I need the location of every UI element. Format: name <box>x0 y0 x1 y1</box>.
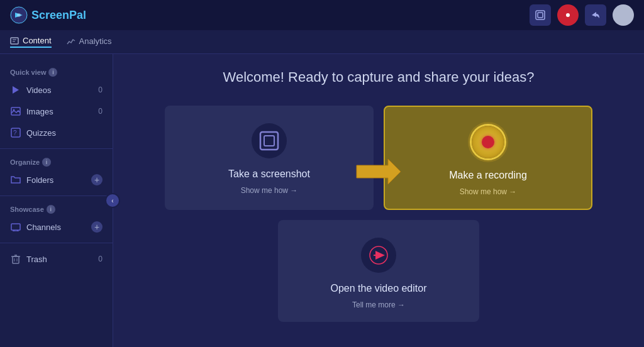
showcase-label: Showcase i <box>0 201 113 216</box>
sidebar-item-trash[interactable]: Trash 0 <box>0 248 113 270</box>
editor-card-subtitle[interactable]: Tell me more → <box>352 300 405 309</box>
content-icon <box>10 36 19 45</box>
add-channel-button[interactable]: + <box>91 221 103 233</box>
sub-nav: Content Analytics <box>0 30 644 54</box>
share-button[interactable] <box>585 4 606 26</box>
logo-text: ScreenPal <box>31 9 86 22</box>
recording-card[interactable]: Make a recording Show me how → <box>384 106 592 210</box>
content-area: Welcome! Ready to capture and share your… <box>113 54 644 347</box>
recording-card-title: Make a recording <box>449 170 527 181</box>
sidebar-item-videos[interactable]: Videos 0 <box>0 79 113 101</box>
sidebar-item-channels[interactable]: Channels + <box>0 216 113 238</box>
channels-icon <box>10 221 21 233</box>
analytics-icon <box>67 37 75 46</box>
editor-card-icon <box>361 238 396 273</box>
svg-rect-2 <box>536 11 545 19</box>
quick-view-label: Quick view i <box>0 64 113 79</box>
tab-analytics[interactable]: Analytics <box>67 36 112 47</box>
trash-icon <box>10 253 21 265</box>
svg-rect-14 <box>11 224 20 230</box>
quick-view-info-icon[interactable]: i <box>48 68 57 77</box>
sidebar-item-folders[interactable]: Folders + <box>0 169 113 190</box>
videos-icon <box>10 84 21 96</box>
svg-text:?: ? <box>13 129 17 136</box>
record-dot <box>482 136 494 148</box>
capture-screenshot-button[interactable] <box>530 4 551 26</box>
logo-icon <box>10 6 28 24</box>
divider-3 <box>0 243 113 243</box>
images-icon <box>10 106 21 117</box>
svg-rect-18 <box>13 256 19 263</box>
divider-1 <box>0 148 113 149</box>
showcase-info-icon[interactable]: i <box>47 205 55 214</box>
svg-point-1 <box>17 13 21 17</box>
editor-card[interactable]: Open the video editor Tell me more → <box>278 220 479 322</box>
screenshot-card[interactable]: Take a screenshot Show me how → <box>165 106 374 210</box>
svg-point-5 <box>566 13 570 17</box>
editor-card-title: Open the video editor <box>331 283 427 294</box>
svg-marker-9 <box>13 86 19 94</box>
sidebar-item-images[interactable]: Images 0 <box>0 101 113 122</box>
svg-rect-3 <box>538 13 543 18</box>
screenshot-card-icon <box>252 123 287 158</box>
sidebar: Quick view i Videos 0 Images 0 <box>0 54 113 347</box>
sidebar-collapse-button[interactable]: ‹ <box>105 193 120 208</box>
svg-rect-6 <box>11 38 18 44</box>
folders-icon <box>10 174 21 185</box>
svg-rect-23 <box>260 132 278 150</box>
record-icon-outer <box>472 126 504 158</box>
tab-content[interactable]: Content <box>10 36 52 48</box>
top-nav: ScreenPal <box>0 0 644 30</box>
quizzes-icon: ? <box>10 127 21 138</box>
screenshot-card-title: Take a screenshot <box>228 168 310 180</box>
screenshot-card-subtitle[interactable]: Show me how → <box>241 186 298 195</box>
sidebar-item-quizzes[interactable]: ? Quizzes <box>0 122 113 143</box>
main-layout: Quick view i Videos 0 Images 0 <box>0 54 644 347</box>
logo: ScreenPal <box>10 6 86 24</box>
organize-info-icon[interactable]: i <box>42 158 51 167</box>
cards-grid: Take a screenshot Show me how → Make a r… <box>165 106 592 322</box>
recording-card-icon <box>470 124 506 160</box>
welcome-title: Welcome! Ready to capture and share your… <box>138 69 619 85</box>
organize-label: Organize i <box>0 154 113 169</box>
top-nav-actions <box>530 4 634 26</box>
recording-card-subtitle[interactable]: Show me how → <box>460 187 517 196</box>
avatar[interactable] <box>613 4 634 26</box>
add-folder-button[interactable]: + <box>91 174 103 185</box>
record-button[interactable] <box>557 4 579 26</box>
divider-2 <box>0 196 113 196</box>
svg-rect-24 <box>264 136 274 146</box>
